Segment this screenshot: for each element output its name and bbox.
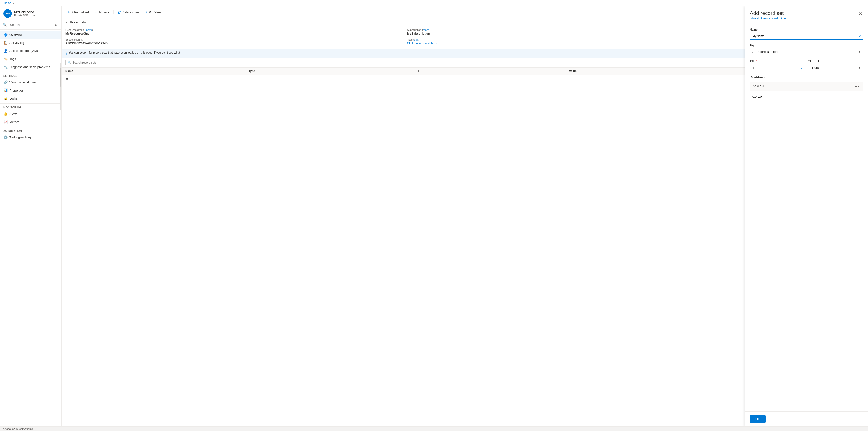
sidebar-item-label: Metrics <box>9 120 20 124</box>
ttl-input-wrapper: ✓ <box>750 64 805 71</box>
sidebar-item-diagnose[interactable]: 🔧 Diagnose and solve problems <box>0 63 61 71</box>
resource-group-value: MyResourceGrp <box>65 32 400 35</box>
type-select-wrapper: A – Address record AAAA – IPv6 Address r… <box>750 48 863 56</box>
name-label: Name <box>750 28 863 31</box>
move-link[interactable]: move <box>86 28 92 31</box>
sidebar-item-tasks-preview[interactable]: ⚙️ Tasks (preview) <box>0 133 61 141</box>
sidebar-item-label: Virtual network links <box>9 81 37 84</box>
col-ttl: TTL <box>412 68 565 75</box>
sidebar-item-virtual-network-links[interactable]: 🔗 Virtual network links <box>0 78 61 86</box>
tags-value[interactable]: Click here to add tags <box>407 41 741 45</box>
subscription-id-label: Subscription ID <box>65 38 400 41</box>
sidebar-item-label: Tasks (preview) <box>9 135 31 139</box>
tasks-icon: ⚙️ <box>3 135 8 140</box>
sidebar-item-activity-log[interactable]: 📋 Activity log <box>0 39 61 47</box>
right-panel: Add record set privatelink.azurehdinsigh… <box>745 6 868 427</box>
ttl-unit-select[interactable]: Hours Minutes Seconds Days <box>808 64 864 71</box>
ip-more-button[interactable]: ••• <box>853 84 860 89</box>
subscription-item: Subscription (move) MySubscription <box>407 28 741 35</box>
sidebar-item-properties[interactable]: 📊 Properties <box>0 86 61 94</box>
scroll-thumb[interactable] <box>60 68 61 87</box>
alerts-icon: 🔔 <box>3 112 8 116</box>
sidebar-item-label: Access control (IAM) <box>9 49 38 53</box>
type-form-group: Type A – Address record AAAA – IPv6 Addr… <box>750 44 863 56</box>
main-content: + + Record set → Move ▾ 🗑 Delete zone ↺ … <box>62 6 745 427</box>
ttl-input[interactable] <box>750 64 805 71</box>
table-row[interactable]: @ <box>62 75 745 83</box>
col-value: Value <box>565 68 745 75</box>
settings-section-label: Settings <box>0 72 61 78</box>
content-area: ▲ Essentials Resource group (move) MyRes… <box>62 18 745 427</box>
sidebar-item-locks[interactable]: 🔒 Locks <box>0 94 61 102</box>
subscription-value: MySubscription <box>407 32 741 35</box>
access-control-icon: 👤 <box>3 49 8 53</box>
ttl-form-group: TTL * ✓ TTL unit Hours Minutes <box>750 60 863 71</box>
ttl-label: TTL * <box>750 60 805 63</box>
required-marker: * <box>756 60 757 63</box>
collapse-button[interactable]: « <box>53 22 59 28</box>
properties-icon: 📊 <box>3 88 8 92</box>
sidebar-item-tags[interactable]: 🏷️ Tags <box>0 55 61 63</box>
diagnose-icon: 🔧 <box>3 65 8 69</box>
record-sets-table: Name Type TTL Value @ <box>62 68 745 83</box>
info-banner: ℹ You can search for record sets that ha… <box>62 49 745 58</box>
subscription-id-item: Subscription ID ABCDE-12345-ABCDE-12345 <box>65 38 400 45</box>
add-icon: + <box>68 10 70 14</box>
sidebar-item-label: Activity log <box>9 41 24 44</box>
ok-button[interactable]: OK <box>750 415 766 423</box>
delete-zone-label: Delete zone <box>122 10 138 14</box>
avatar: DNS <box>3 9 12 18</box>
refresh-icon: ↺ <box>144 10 147 14</box>
sidebar-search: 🔍 « <box>0 20 61 30</box>
essentials-header[interactable]: ▲ Essentials <box>62 18 745 27</box>
record-set-button[interactable]: + + Record set <box>65 9 91 16</box>
refresh-button[interactable]: ↺ ↺ Refresh <box>142 9 165 16</box>
resource-title: MYDNSZone <box>14 10 35 14</box>
table-search-wrapper: 🔍 <box>65 60 136 65</box>
sidebar-item-alerts[interactable]: 🔔 Alerts <box>0 110 61 118</box>
table-header: Name Type TTL Value <box>62 68 745 75</box>
move-icon: → <box>95 10 98 14</box>
name-form-group: Name ✓ <box>750 28 863 39</box>
ttl-unit-label: TTL unit <box>808 60 864 63</box>
ttl-unit-group: TTL unit Hours Minutes Seconds Days ▼ <box>808 60 864 71</box>
ttl-check-icon: ✓ <box>801 66 803 70</box>
sidebar-item-overview[interactable]: 🔷 Overview <box>0 31 61 39</box>
sidebar-item-label: Locks <box>9 97 18 100</box>
panel-close-button[interactable]: ✕ <box>858 10 863 17</box>
sidebar-item-access-control[interactable]: 👤 Access control (IAM) <box>0 47 61 55</box>
type-select[interactable]: A – Address record AAAA – IPv6 Address r… <box>750 48 863 56</box>
sidebar-item-metrics[interactable]: 📈 Metrics <box>0 118 61 126</box>
sidebar: DNS MYDNSZone Private DNS zone 🔍 « 🔷 Ove… <box>0 6 62 427</box>
table-search-input[interactable] <box>72 61 134 64</box>
breadcrumb[interactable]: Home › <box>4 1 14 5</box>
monitoring-section-label: Monitoring <box>0 103 61 110</box>
record-set-label: + Record set <box>71 10 89 14</box>
move-button[interactable]: → Move ▾ <box>92 9 112 16</box>
ip-new-input[interactable] <box>750 93 863 100</box>
refresh-label: ↺ Refresh <box>149 10 163 14</box>
essentials-section: ▲ Essentials Resource group (move) MyRes… <box>62 18 745 49</box>
name-input[interactable] <box>750 32 863 39</box>
panel-body: Name ✓ Type A – Address record AAAA – IP… <box>745 23 868 411</box>
sidebar-header-text: MYDNSZone Private DNS zone <box>14 10 35 17</box>
info-text: You can search for record sets that have… <box>69 51 180 54</box>
panel-subtitle: privatelink.azurehdinsight.net <box>750 17 786 20</box>
tags-edit-link[interactable]: edit <box>414 38 418 41</box>
panel-footer: OK <box>745 411 868 427</box>
metrics-icon: 📈 <box>3 120 8 124</box>
panel-header: Add record set privatelink.azurehdinsigh… <box>745 6 868 23</box>
chevron-down-icon: ▾ <box>108 11 109 13</box>
delete-zone-button[interactable]: 🗑 Delete zone <box>115 9 141 16</box>
toolbar: + + Record set → Move ▾ 🗑 Delete zone ↺ … <box>62 6 745 18</box>
toolbar-separator <box>113 10 114 14</box>
search-input[interactable] <box>8 22 52 28</box>
sidebar-item-label: Diagnose and solve problems <box>9 65 50 69</box>
sidebar-scroll: 🔷 Overview 📋 Activity log 👤 Access contr… <box>0 30 61 427</box>
main-layout: DNS MYDNSZone Private DNS zone 🔍 « 🔷 Ove… <box>0 6 868 427</box>
ttl-group: TTL * ✓ <box>750 60 805 71</box>
home-link[interactable]: Home <box>4 1 11 5</box>
subscription-move-link[interactable]: move <box>423 28 429 31</box>
sidebar-item-label: Overview <box>9 33 22 36</box>
tags-icon: 🏷️ <box>3 57 8 61</box>
